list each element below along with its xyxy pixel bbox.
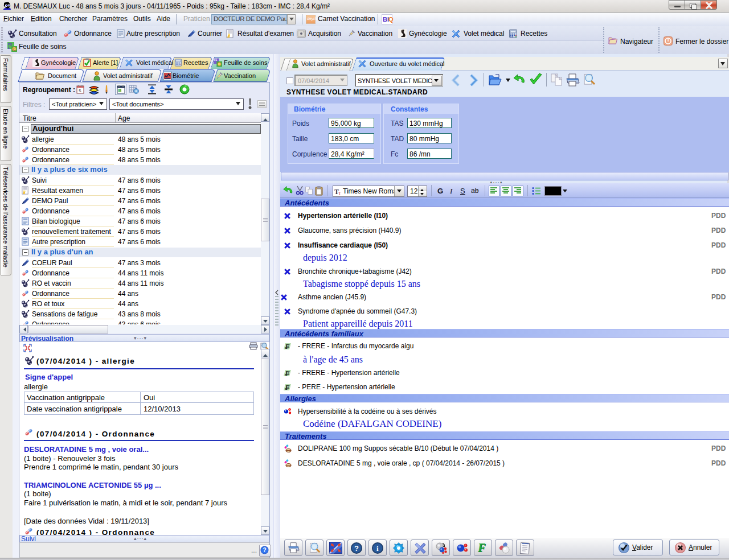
svg-text:F: F — [285, 384, 290, 391]
svg-text:F: F — [477, 542, 486, 554]
svg-text:C: C — [13, 48, 15, 52]
svg-text:?: ? — [263, 547, 267, 553]
svg-text:5: 5 — [79, 88, 81, 93]
svg-text:F: F — [285, 369, 290, 377]
svg-text:T: T — [338, 191, 341, 195]
svg-text:E: E — [8, 46, 10, 50]
svg-text:F: F — [285, 343, 290, 350]
svg-text:FS: FS — [214, 59, 217, 61]
svg-text:1: 1 — [119, 89, 121, 93]
svg-text:?: ? — [354, 544, 359, 553]
svg-text:i: i — [376, 544, 379, 553]
